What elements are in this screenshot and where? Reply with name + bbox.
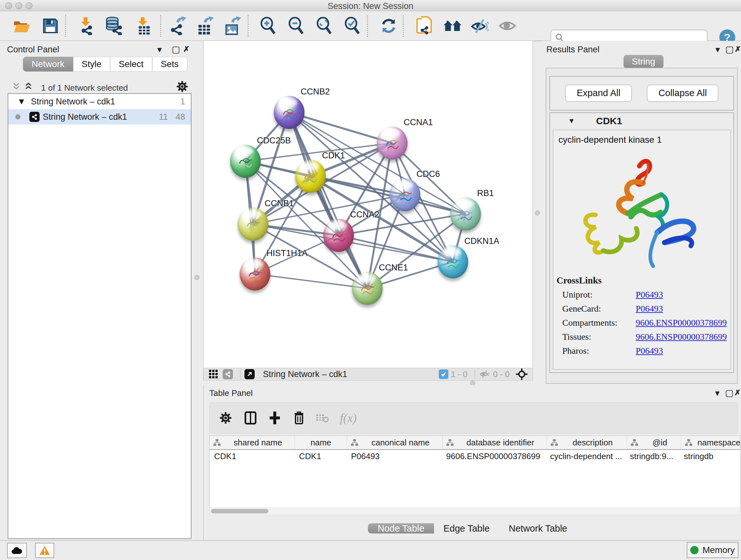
close-panel-icon[interactable]: ✗ [734, 388, 741, 397]
tab-string[interactable]: String [623, 55, 664, 68]
clone-network-button[interactable] [414, 16, 434, 36]
column-header-description[interactable]: description [547, 436, 627, 449]
node-CDC25B[interactable] [230, 145, 261, 178]
float-panel-icon[interactable]: ▢ [725, 388, 733, 398]
cloud-button[interactable] [7, 543, 27, 558]
edge-CCNA2-CDKN1A[interactable] [339, 235, 453, 262]
function-builder-button[interactable]: f(x) [340, 411, 357, 425]
cell-description[interactable]: cyclin-dependent ... [546, 451, 625, 461]
edge-CCNB2-CCNE1[interactable] [289, 112, 367, 288]
zoom-in-button[interactable] [258, 16, 278, 36]
tab-edge-table[interactable]: Edge Table [434, 523, 499, 534]
network-row[interactable]: String Network – cdk1 11 48 [8, 109, 191, 125]
node-CCNA1[interactable] [377, 126, 408, 160]
crosslink-value-link[interactable]: 9606.ENSP00000378699 [636, 332, 727, 342]
scrollbar-thumb[interactable] [211, 509, 268, 513]
column-header-namespace[interactable]: namespace [681, 436, 740, 449]
tab-node-table[interactable]: Node Table [368, 523, 434, 534]
expand-all-button[interactable]: Expand All [565, 84, 632, 102]
node-CCNB1[interactable] [238, 207, 268, 241]
zoom-fit-button[interactable] [314, 16, 334, 36]
tab-network-table[interactable]: Network Table [499, 523, 577, 534]
save-session-button[interactable] [40, 16, 61, 36]
float-panel-icon[interactable]: ▢ [172, 44, 180, 55]
node-CDK1[interactable] [295, 160, 326, 193]
cell--id[interactable]: stringdb:9... [625, 451, 679, 461]
show-all-button[interactable] [497, 16, 518, 36]
first-neighbors-button[interactable] [442, 16, 463, 36]
zoom-out-button[interactable] [286, 16, 307, 36]
right-splitter-handle[interactable] [535, 210, 540, 215]
export-network-button[interactable] [167, 16, 188, 36]
import-network-file-button[interactable] [75, 16, 96, 36]
network-collection-row[interactable]: ▼ String Network – cdk1 1 [8, 94, 191, 109]
column-header-canonical-name[interactable]: canonical name [347, 436, 443, 449]
expand-all-chevrons-icon[interactable] [12, 82, 20, 91]
node-CCNB2[interactable] [274, 96, 305, 129]
crosslink-value-link[interactable]: 9606.ENSP00000378699 [636, 318, 727, 328]
tab-style[interactable]: Style [73, 57, 110, 71]
tab-sets[interactable]: Sets [152, 57, 187, 71]
close-panel-icon[interactable]: ✗ [183, 45, 190, 54]
node-RB1[interactable] [450, 197, 481, 231]
edge-CCNE1-HIST1H1A[interactable] [255, 274, 367, 288]
refresh-button[interactable] [379, 16, 399, 36]
close-panel-icon[interactable]: ✗ [735, 45, 741, 54]
table-row[interactable]: CDK1CDK1P064939606.ENSP00000378699cyclin… [210, 450, 740, 462]
create-column-plus-icon[interactable] [268, 411, 281, 425]
hidden-counts: 0 - 0 [493, 369, 510, 379]
hide-selected-button[interactable] [469, 16, 490, 36]
cell-database-identifier[interactable]: 9606.ENSP00000378699 [442, 451, 546, 461]
collapse-arrow-icon[interactable]: ▼ [17, 97, 26, 107]
detach-view-icon[interactable] [245, 369, 255, 379]
tab-select[interactable]: Select [110, 57, 152, 71]
memory-button[interactable]: Memory [687, 542, 738, 558]
node-CDC6[interactable] [390, 178, 420, 211]
horizontal-scrollbar[interactable] [209, 508, 740, 515]
cell-shared-name[interactable]: CDK1 [210, 451, 294, 461]
delete-column-trash-icon[interactable] [293, 411, 305, 425]
network-canvas[interactable]: CCNB2 CCNA1 CDC25B CDK1 CDC6 RB1 CCNB1 [203, 41, 533, 368]
panel-menu-icon[interactable]: ▼ [156, 45, 163, 54]
import-network-database-button[interactable] [104, 16, 124, 36]
crosslink-value-link[interactable]: P06493 [636, 290, 663, 300]
float-panel-icon[interactable]: ▢ [725, 44, 734, 55]
birdseye-crosshair-icon[interactable] [515, 368, 528, 381]
gear-icon[interactable] [176, 80, 188, 92]
open-session-button[interactable] [11, 16, 32, 36]
string-view-icon[interactable] [223, 369, 233, 379]
collapse-all-button[interactable]: Collapse All [647, 84, 718, 102]
delete-table-icon[interactable] [316, 413, 329, 423]
column-header-shared-name[interactable]: shared name [210, 436, 295, 449]
grid-view-icon[interactable] [209, 369, 218, 379]
table-settings-gear-icon[interactable] [219, 412, 232, 424]
cell-name[interactable]: CDK1 [294, 451, 347, 461]
collapse-all-chevrons-icon[interactable] [24, 82, 32, 91]
crosslink-value-link[interactable]: P06493 [636, 304, 663, 314]
left-splitter-handle[interactable] [194, 275, 199, 280]
export-table-button[interactable] [195, 16, 215, 36]
node-HIST1H1A[interactable] [240, 257, 270, 291]
tab-network[interactable]: Network [23, 57, 73, 71]
panel-menu-icon[interactable]: ▼ [714, 45, 722, 54]
node-CDKN1A[interactable] [437, 245, 468, 278]
cell-canonical-name[interactable]: P06493 [347, 451, 442, 461]
edge-CCNB2-CCNA1[interactable] [289, 112, 392, 143]
column-header-database-identifier[interactable]: database identifier [443, 436, 547, 449]
warnings-button[interactable] [35, 543, 54, 558]
crosslink-value-link[interactable]: P06493 [636, 346, 663, 356]
column-header--id[interactable]: @id [627, 436, 681, 449]
hidden-eye-slash-icon[interactable] [479, 369, 490, 379]
split-column-icon[interactable] [244, 411, 257, 425]
export-image-button[interactable] [222, 16, 243, 36]
zoom-selected-button[interactable] [342, 16, 362, 36]
import-table-file-button[interactable] [133, 16, 153, 36]
node-CCNE1[interactable] [352, 272, 383, 305]
cell-namespace[interactable]: stringdb [679, 451, 740, 461]
column-header-name[interactable]: name [295, 436, 347, 449]
collapse-arrow-icon[interactable]: ▼ [568, 117, 575, 125]
gene-section-header[interactable]: ▼ CDK1 [550, 113, 733, 129]
node-CCNA2[interactable] [323, 219, 354, 252]
panel-menu-icon[interactable]: ▼ [714, 389, 721, 398]
selected-checkbox-icon[interactable] [439, 369, 448, 379]
